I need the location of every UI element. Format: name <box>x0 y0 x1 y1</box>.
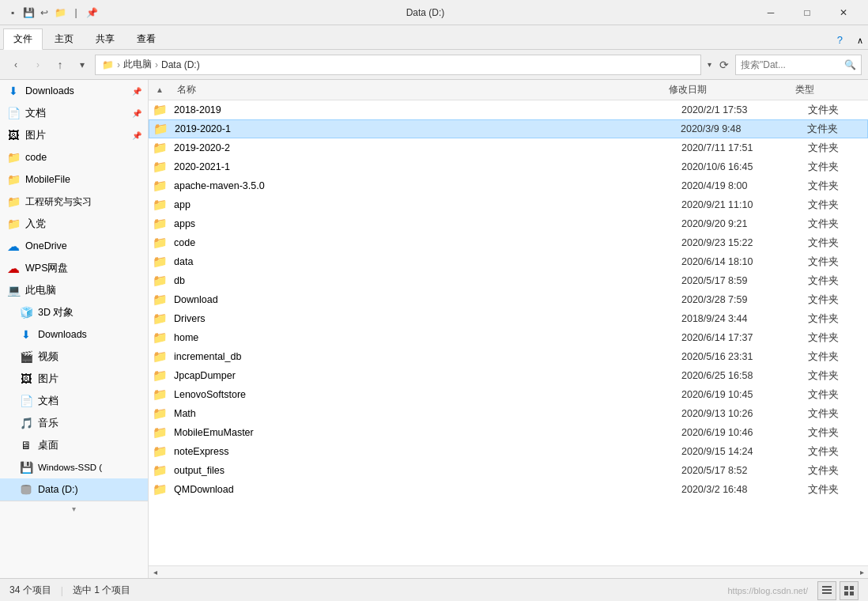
downloads-quick-icon: ⬇ <box>6 84 21 98</box>
sidebar-item-downloads-pc[interactable]: ⬇ Downloads <box>0 323 148 346</box>
sidebar-item-videos[interactable]: 🎬 视频 <box>0 346 148 368</box>
folder-icon: 📁 <box>153 121 168 137</box>
scroll-track[interactable] <box>161 566 855 578</box>
file-type: 文件夹 <box>802 161 865 174</box>
documents-quick-icon: 📄 <box>6 106 21 120</box>
file-list[interactable]: 📁 2018-2019 2020/2/1 17:53 文件夹 📁 2019-20… <box>149 100 868 565</box>
back-button[interactable]: ‹ <box>6 55 25 74</box>
table-row[interactable]: 📁 db 2020/5/17 8:59 文件夹 <box>149 271 868 290</box>
app-icon: ▪ <box>6 6 19 19</box>
path-this-pc[interactable]: 此电脑 <box>123 58 152 71</box>
file-type: 文件夹 <box>802 350 865 364</box>
table-row[interactable]: 📁 2018-2019 2020/2/1 17:53 文件夹 <box>149 100 868 119</box>
collapse-ribbon-button[interactable]: ∧ <box>852 32 868 49</box>
file-date: 2020/3/9 9:48 <box>674 123 801 134</box>
table-row[interactable]: 📁 home 2020/6/14 17:37 文件夹 <box>149 328 868 347</box>
table-row[interactable]: 📁 JpcapDumper 2020/6/25 16:58 文件夹 <box>149 366 868 385</box>
table-row[interactable]: 📁 2019-2020-2 2020/7/11 17:51 文件夹 <box>149 138 868 157</box>
recent-locations-button[interactable]: ▾ <box>73 55 92 74</box>
up-button[interactable]: ↑ <box>51 55 70 74</box>
sidebar-item-code[interactable]: 📁 code <box>0 146 148 168</box>
address-bar: ‹ › ↑ ▾ 📁 › 此电脑 › Data (D:) ▾ ⟳ 🔍 <box>0 50 868 80</box>
search-icon[interactable]: 🔍 <box>844 59 856 70</box>
sidebar-item-windows-ssd[interactable]: 💾 Windows-SSD ( <box>0 456 148 478</box>
table-row[interactable]: 📁 incremental_db 2020/5/16 23:31 文件夹 <box>149 347 868 366</box>
sidebar-item-rucong[interactable]: 📁 入党 <box>0 213 148 235</box>
tab-home[interactable]: 主页 <box>44 28 84 49</box>
horizontal-scrollbar[interactable]: ◂ ▸ <box>149 565 868 578</box>
save-icon[interactable]: 💾 <box>22 6 35 19</box>
table-row[interactable]: 📁 MobileEmuMaster 2020/6/19 10:46 文件夹 <box>149 423 868 442</box>
sidebar-scroll-down[interactable]: ▾ <box>0 501 148 516</box>
path-root-icon: 📁 <box>102 59 114 70</box>
sidebar-item-3d[interactable]: 🧊 3D 对象 <box>0 301 148 323</box>
table-row[interactable]: 📁 apache-maven-3.5.0 2020/4/19 8:00 文件夹 <box>149 176 868 195</box>
table-row[interactable]: 📁 QMDownload 2020/3/2 16:48 文件夹 <box>149 480 868 499</box>
table-row[interactable]: 📁 apps 2020/9/20 9:21 文件夹 <box>149 214 868 233</box>
file-date: 2020/9/13 10:26 <box>675 408 802 419</box>
table-row[interactable]: 📁 LenovoSoftstore 2020/6/19 10:45 文件夹 <box>149 385 868 404</box>
help-button[interactable]: ? <box>831 31 849 49</box>
refresh-button[interactable]: ⟳ <box>716 59 732 71</box>
table-row[interactable]: 📁 noteExpress 2020/9/15 14:24 文件夹 <box>149 442 868 461</box>
tab-file[interactable]: 文件 <box>3 28 43 50</box>
minimize-button[interactable]: ─ <box>753 0 789 25</box>
file-name: code <box>171 237 675 248</box>
status-right: https://blog.csdn.net/ <box>727 581 859 600</box>
col-header-name[interactable]: 名称 <box>171 83 662 96</box>
data-d-icon <box>19 482 33 497</box>
forward-button[interactable]: › <box>28 55 47 74</box>
address-dropdown: ▾ ⟳ <box>704 59 732 71</box>
table-row[interactable]: 📁 output_files 2020/5/17 8:52 文件夹 <box>149 461 868 480</box>
close-button[interactable]: ✕ <box>825 0 862 25</box>
table-row[interactable]: 📁 Drivers 2018/9/24 3:44 文件夹 <box>149 309 868 328</box>
file-date: 2020/7/11 17:51 <box>675 142 802 153</box>
table-row[interactable]: 📁 app 2020/9/21 11:10 文件夹 <box>149 195 868 214</box>
path-dropdown-arrow[interactable]: ▾ <box>704 60 715 69</box>
sidebar-item-documents-pc[interactable]: 📄 文档 <box>0 390 148 412</box>
table-row[interactable]: 📁 Math 2020/9/13 10:26 文件夹 <box>149 404 868 423</box>
table-row[interactable]: 📁 2019-2020-1 2020/3/9 9:48 文件夹 <box>149 119 868 138</box>
sidebar-item-documents-quick[interactable]: 📄 文档 📌 <box>0 102 148 124</box>
sidebar-item-mobilefile[interactable]: 📁 MobileFile <box>0 168 148 191</box>
large-icons-view-button[interactable] <box>840 581 859 600</box>
pin-icon[interactable]: 📌 <box>85 6 98 19</box>
table-row[interactable]: 📁 data 2020/6/14 18:10 文件夹 <box>149 252 868 271</box>
tab-share[interactable]: 共享 <box>85 28 125 49</box>
sidebar-item-downloads-quick[interactable]: ⬇ Downloads 📌 <box>0 80 148 102</box>
sidebar-item-wps[interactable]: ☁ WPS网盘 <box>0 257 148 279</box>
file-type: 文件夹 <box>802 331 865 345</box>
undo-icon[interactable]: ↩ <box>38 6 51 19</box>
search-input[interactable] <box>741 59 844 70</box>
sidebar-item-engineering[interactable]: 📁 工程研究与实习 <box>0 191 148 213</box>
table-row[interactable]: 📁 Download 2020/3/28 7:59 文件夹 <box>149 290 868 309</box>
sort-up-button[interactable]: ▲ <box>152 82 168 98</box>
file-date: 2020/2/1 17:53 <box>675 104 802 115</box>
title-bar-controls: ─ □ ✕ <box>753 0 862 25</box>
selected-count: 选中 1 个项目 <box>73 584 130 597</box>
path-data-d[interactable]: Data (D:) <box>161 59 200 70</box>
file-type: 文件夹 <box>802 142 865 155</box>
scroll-right-button[interactable]: ▸ <box>855 566 868 579</box>
sidebar-item-pictures-pc[interactable]: 🖼 图片 <box>0 368 148 390</box>
svg-rect-2 <box>822 586 832 588</box>
maximize-button[interactable]: □ <box>789 0 825 25</box>
file-type: 文件夹 <box>802 445 865 459</box>
tab-view[interactable]: 查看 <box>126 28 166 49</box>
sidebar-item-onedrive[interactable]: ☁ OneDrive <box>0 235 148 257</box>
music-icon: 🎵 <box>19 416 33 430</box>
col-header-date[interactable]: 修改日期 <box>662 83 789 96</box>
sidebar-item-data-d[interactable]: Data (D:) <box>0 478 148 501</box>
file-name: LenovoSoftstore <box>171 389 675 400</box>
sidebar-item-pictures-quick[interactable]: 🖼 图片 📌 <box>0 124 148 146</box>
scroll-left-button[interactable]: ◂ <box>149 566 161 579</box>
address-path[interactable]: 📁 › 此电脑 › Data (D:) <box>95 55 701 75</box>
details-view-button[interactable] <box>817 581 836 600</box>
col-header-type[interactable]: 类型 <box>789 83 852 96</box>
sidebar-item-music[interactable]: 🎵 音乐 <box>0 412 148 434</box>
sidebar-item-this-pc[interactable]: 💻 此电脑 <box>0 279 148 301</box>
sidebar-item-desktop[interactable]: 🖥 桌面 <box>0 434 148 456</box>
code-icon: 📁 <box>6 150 21 164</box>
table-row[interactable]: 📁 code 2020/9/23 15:22 文件夹 <box>149 233 868 252</box>
table-row[interactable]: 📁 2020-2021-1 2020/10/6 16:45 文件夹 <box>149 157 868 176</box>
